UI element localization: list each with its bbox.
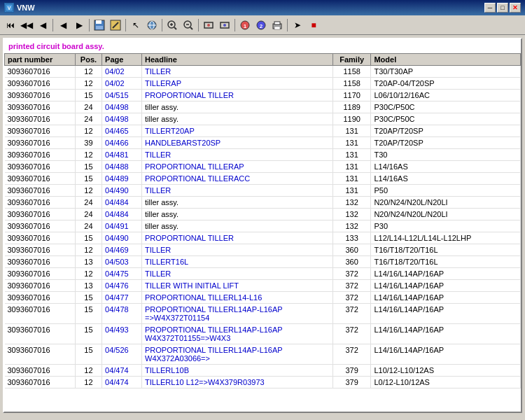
svg-point-18 xyxy=(207,24,210,27)
stop-button[interactable]: ■ xyxy=(306,18,321,33)
table-row[interactable]: 3093607016 39 04/466 HANDLEBARST20SP 131… xyxy=(5,137,521,149)
cell-model: L14/16/L14AP/16AP xyxy=(371,304,521,324)
cell-page: 04/515 xyxy=(102,90,142,102)
table-row[interactable]: 3093607016 13 04/476 TILLER WITH INITIAL… xyxy=(5,280,521,292)
arrow-button[interactable]: ➤ xyxy=(290,18,305,33)
cell-pos: 12 xyxy=(75,185,102,197)
cell-family: 132 xyxy=(332,209,371,220)
circle1-button[interactable]: 1 xyxy=(237,18,253,33)
page-next-button[interactable]: ▶ xyxy=(71,18,87,33)
separator-3 xyxy=(125,19,126,31)
cell-headline: PROPORTIONAL TILLER xyxy=(142,232,333,244)
print-button[interactable] xyxy=(270,18,285,33)
cell-page: 04/484 xyxy=(102,209,142,220)
cell-page: 04/498 xyxy=(102,113,142,125)
table-container[interactable]: part number Pos. Page Headline Family Mo… xyxy=(4,53,521,412)
separator-1 xyxy=(52,19,53,31)
maximize-button[interactable]: □ xyxy=(497,3,508,13)
close-button[interactable]: ✕ xyxy=(510,3,521,13)
table-row[interactable]: 3093607016 12 04/474 TILLERL10 L12=>W4X3… xyxy=(5,377,521,388)
table-row[interactable]: 3093607016 15 04/477 PROPORTIONAL TILLER… xyxy=(5,292,521,304)
cell-headline: TILLER xyxy=(142,268,333,280)
cell-pos: 12 xyxy=(75,66,102,78)
col-header-model: Model xyxy=(371,54,521,66)
minimize-button[interactable]: ─ xyxy=(484,3,496,13)
cell-page: 04/466 xyxy=(102,137,142,149)
table-row[interactable]: 3093607016 24 04/484 tiller assy. 132 N2… xyxy=(5,209,521,220)
cell-pos: 39 xyxy=(75,137,102,149)
col-header-family: Family xyxy=(332,54,371,66)
save-button[interactable] xyxy=(92,18,107,33)
table-row[interactable]: 3093607016 12 04/490 TILLER 131 P50 xyxy=(5,185,521,197)
table-row[interactable]: 3093607016 12 04/469 TILLER 360 T16/T18/… xyxy=(5,244,521,256)
cell-page: 04/474 xyxy=(102,377,142,388)
rect1-button[interactable] xyxy=(201,18,216,33)
table-row[interactable]: 3093607016 15 04/489 PROPORTIONAL TILLER… xyxy=(5,173,521,185)
table-body: 3093607016 12 04/02 TILLER 1158 T30/T30A… xyxy=(5,66,521,388)
separator-5 xyxy=(198,19,199,31)
cell-part: 3093607016 xyxy=(5,324,76,344)
table-row[interactable]: 3093607016 13 04/503 TILLERT16L 360 T16/… xyxy=(5,256,521,268)
prev-prev-button[interactable]: ◀◀ xyxy=(19,18,34,33)
table-row[interactable]: 3093607016 24 04/484 tiller assy. 132 N2… xyxy=(5,197,521,209)
table-row[interactable]: 3093607016 12 04/02 TILLER 1158 T30/T30A… xyxy=(5,66,521,78)
zoom-out-button[interactable] xyxy=(181,18,196,33)
window-controls: ─ □ ✕ xyxy=(484,3,521,13)
cell-model: L10/12-L10/12AS xyxy=(371,365,521,377)
cell-model: T20AP/T20SP xyxy=(371,125,521,137)
page-prev-button[interactable]: ◀ xyxy=(55,18,71,33)
cell-model: L0/12-L10/12AS xyxy=(371,377,521,388)
table-row[interactable]: 3093607016 15 04/490 PROPORTIONAL TILLER… xyxy=(5,232,521,244)
table-row[interactable]: 3093607016 24 04/498 tiller assy. 1190 P… xyxy=(5,113,521,125)
rect2-button[interactable] xyxy=(217,18,232,33)
parts-table: part number Pos. Page Headline Family Mo… xyxy=(4,53,521,388)
zoom-in-button[interactable] xyxy=(164,18,180,33)
first-button[interactable]: ⏮ xyxy=(3,18,18,33)
cell-headline: tiller assy. xyxy=(142,220,333,232)
table-row[interactable]: 3093607016 15 04/493 PROPORTIONAL TILLER… xyxy=(5,324,521,344)
cell-page: 04/493 xyxy=(102,324,142,344)
cell-part: 3093607016 xyxy=(5,197,76,209)
cell-headline: TILLERL10B xyxy=(142,365,333,377)
table-row[interactable]: 3093607016 15 04/526 PROPORTIONAL TILLER… xyxy=(5,344,521,365)
svg-line-15 xyxy=(190,27,192,29)
cell-model: T30/T30AP xyxy=(371,66,521,78)
cell-model: L14/16/L14AP/16AP xyxy=(371,344,521,365)
table-row[interactable]: 3093607016 12 04/02 TILLERAP 1158 T20AP-… xyxy=(5,78,521,90)
table-row[interactable]: 3093607016 12 04/474 TILLERL10B 379 L10/… xyxy=(5,365,521,377)
cell-headline: tiller assy. xyxy=(142,197,333,209)
cursor-button[interactable]: ↖ xyxy=(128,18,144,33)
cell-page: 04/491 xyxy=(102,220,142,232)
table-row[interactable]: 3093607016 24 04/498 tiller assy. 1189 P… xyxy=(5,102,521,113)
cell-pos: 15 xyxy=(75,232,102,244)
cell-page: 04/526 xyxy=(102,344,142,365)
cell-pos: 12 xyxy=(75,244,102,256)
main-window: printed circuit board assy. part number … xyxy=(3,38,522,413)
table-row[interactable]: 3093607016 15 04/478 PROPORTIONAL TILLER… xyxy=(5,304,521,324)
category-header: printed circuit board assy. xyxy=(4,39,521,53)
title-bar-left: V VNW xyxy=(4,3,35,13)
cell-page: 04/478 xyxy=(102,304,142,324)
globe-button[interactable] xyxy=(144,18,160,33)
cell-headline: TILLERT16L xyxy=(142,256,333,268)
table-row[interactable]: 3093607016 15 04/515 PROPORTIONAL TILLER… xyxy=(5,90,521,102)
cell-page: 04/02 xyxy=(102,78,142,90)
cell-part: 3093607016 xyxy=(5,125,76,137)
prev-button[interactable]: ◀ xyxy=(35,18,50,33)
table-row[interactable]: 3093607016 15 04/488 PROPORTIONAL TILLER… xyxy=(5,161,521,173)
cell-headline: TILLER WITH INITIAL LIFT xyxy=(142,280,333,292)
cell-page: 04/489 xyxy=(102,173,142,185)
edit-button[interactable] xyxy=(108,18,123,33)
separator-7 xyxy=(287,19,288,31)
cell-family: 360 xyxy=(332,244,371,256)
table-row[interactable]: 3093607016 12 04/465 TILLERT20AP 131 T20… xyxy=(5,125,521,137)
table-row[interactable]: 3093607016 24 04/491 tiller assy. 132 P3… xyxy=(5,220,521,232)
table-row[interactable]: 3093607016 12 04/475 TILLER 372 L14/16/L… xyxy=(5,268,521,280)
cell-headline: PROPORTIONAL TILLERL14AP-L16AP W4X372A03… xyxy=(142,344,333,365)
cell-model: P30C/P50C xyxy=(371,102,521,113)
circle2-button[interactable]: 2 xyxy=(253,18,269,33)
cell-family: 131 xyxy=(332,137,371,149)
cell-part: 3093607016 xyxy=(5,344,76,365)
table-row[interactable]: 3093607016 12 04/481 TILLER 131 T30 xyxy=(5,149,521,161)
cell-headline: PROPORTIONAL TILLERL14-L16 xyxy=(142,292,333,304)
